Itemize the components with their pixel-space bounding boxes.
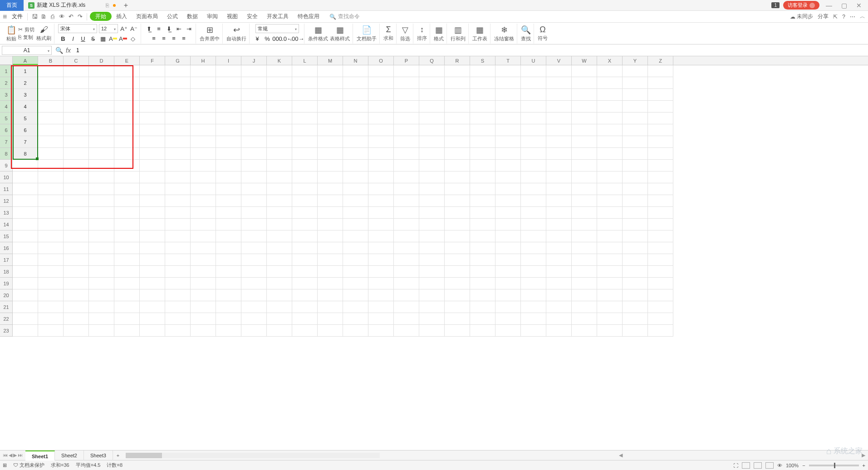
cell-U3[interactable] [521, 89, 546, 101]
cell-V23[interactable] [546, 325, 572, 337]
cell-G18[interactable] [165, 266, 191, 278]
cell-O21[interactable] [368, 301, 394, 313]
guest-login-button[interactable]: 访客登录 [783, 1, 819, 10]
cell-P18[interactable] [394, 266, 419, 278]
formula-input[interactable] [74, 46, 866, 55]
minimize-button[interactable]: — [823, 2, 835, 9]
cell-C4[interactable] [64, 101, 89, 113]
cell-A17[interactable] [13, 254, 38, 266]
cell-L19[interactable] [292, 278, 318, 289]
cell-J20[interactable] [241, 289, 267, 301]
cell-M6[interactable] [318, 124, 343, 136]
cell-S6[interactable] [470, 124, 495, 136]
underline-button[interactable]: U [79, 34, 87, 43]
cell-I9[interactable] [216, 160, 241, 171]
cell-P13[interactable] [394, 207, 419, 219]
cell-I12[interactable] [216, 195, 241, 207]
cell-L17[interactable] [292, 254, 318, 266]
cell-M11[interactable] [318, 183, 343, 195]
cell-A13[interactable] [13, 207, 38, 219]
cell-W12[interactable] [572, 195, 597, 207]
cell-K10[interactable] [267, 171, 292, 183]
cell-R21[interactable] [445, 301, 470, 313]
border-button[interactable]: ▦ [99, 34, 107, 43]
cell-Y2[interactable] [623, 77, 648, 89]
scroll-left-icon[interactable]: ◀ [616, 452, 625, 458]
cell-M10[interactable] [318, 171, 343, 183]
row-header-17[interactable]: 17 [0, 254, 13, 266]
cell-Z2[interactable] [648, 77, 673, 89]
cell-R9[interactable] [445, 160, 470, 171]
cell-D2[interactable] [89, 77, 114, 89]
row-header-11[interactable]: 11 [0, 183, 13, 195]
cell-R19[interactable] [445, 278, 470, 289]
cell-X9[interactable] [597, 160, 623, 171]
cell-D8[interactable] [89, 148, 114, 160]
help-icon[interactable]: ? [842, 14, 845, 20]
cell-G13[interactable] [165, 207, 191, 219]
cell-E23[interactable] [114, 325, 140, 337]
cell-Y20[interactable] [623, 289, 648, 301]
fill-color-button[interactable]: A [109, 34, 117, 43]
font-size-select[interactable]: 12 [99, 24, 118, 33]
cell-B12[interactable] [38, 195, 64, 207]
cell-T11[interactable] [495, 183, 521, 195]
cell-E11[interactable] [114, 183, 140, 195]
tab-menu-icon[interactable]: ⎘ [106, 2, 109, 9]
cell-D11[interactable] [89, 183, 114, 195]
cell-H7[interactable] [191, 136, 216, 148]
cell-C3[interactable] [64, 89, 89, 101]
cell-S12[interactable] [470, 195, 495, 207]
cell-V21[interactable] [546, 301, 572, 313]
cell-U1[interactable] [521, 65, 546, 77]
cell-M12[interactable] [318, 195, 343, 207]
menu-tab-数据[interactable]: 数据 [182, 13, 202, 20]
cell-B14[interactable] [38, 219, 64, 230]
cell-B17[interactable] [38, 254, 64, 266]
cell-H12[interactable] [191, 195, 216, 207]
cell-X13[interactable] [597, 207, 623, 219]
cell-O22[interactable] [368, 313, 394, 325]
cell-R7[interactable] [445, 136, 470, 148]
cell-D1[interactable] [89, 65, 114, 77]
cell-M9[interactable] [318, 160, 343, 171]
cell-G1[interactable] [165, 65, 191, 77]
cell-F9[interactable] [140, 160, 165, 171]
cell-P4[interactable] [394, 101, 419, 113]
cell-Z12[interactable] [648, 195, 673, 207]
align-center-button[interactable]: ≡ [160, 34, 168, 42]
cell-W13[interactable] [572, 207, 597, 219]
row-header-20[interactable]: 20 [0, 289, 13, 301]
cell-O7[interactable] [368, 136, 394, 148]
cell-J3[interactable] [241, 89, 267, 101]
break-view-button[interactable] [765, 462, 774, 469]
cell-O23[interactable] [368, 325, 394, 337]
cell-I4[interactable] [216, 101, 241, 113]
cell-I22[interactable] [216, 313, 241, 325]
currency-button[interactable]: ¥ [253, 34, 261, 43]
col-header-E[interactable]: E [114, 56, 140, 65]
cell-T2[interactable] [495, 77, 521, 89]
page-view-button[interactable] [754, 462, 762, 469]
symbol-button[interactable]: Ω符号 [538, 25, 548, 42]
row-header-2[interactable]: 2 [0, 77, 13, 89]
cell-M13[interactable] [318, 207, 343, 219]
cell-L5[interactable] [292, 113, 318, 124]
cell-N23[interactable] [343, 325, 368, 337]
col-header-G[interactable]: G [165, 56, 191, 65]
cell-T4[interactable] [495, 101, 521, 113]
cell-Q15[interactable] [419, 230, 445, 242]
cell-R17[interactable] [445, 254, 470, 266]
cell-G10[interactable] [165, 171, 191, 183]
cell-H18[interactable] [191, 266, 216, 278]
cell-X12[interactable] [597, 195, 623, 207]
cell-Y23[interactable] [623, 325, 648, 337]
cell-K14[interactable] [267, 219, 292, 230]
cell-X1[interactable] [597, 65, 623, 77]
sheet-options-icon[interactable]: ⊞ [3, 462, 7, 468]
cell-R11[interactable] [445, 183, 470, 195]
cell-C18[interactable] [64, 266, 89, 278]
cell-Q12[interactable] [419, 195, 445, 207]
cell-S10[interactable] [470, 171, 495, 183]
cell-Z21[interactable] [648, 301, 673, 313]
